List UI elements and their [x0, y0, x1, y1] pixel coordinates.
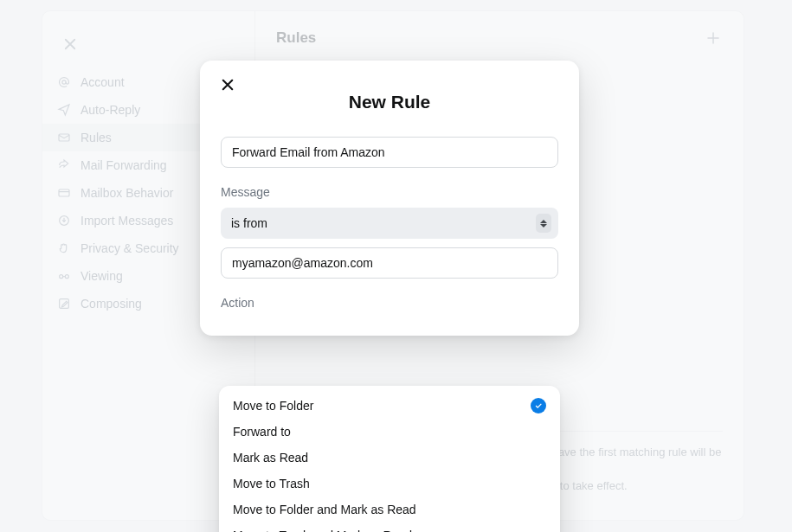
message-section-label: Message	[221, 185, 558, 199]
action-option-label: Move to Trash and Mark as Read	[233, 529, 412, 532]
action-option-label: Move to Folder and Mark as Read	[233, 503, 416, 516]
action-option-mark-as-read[interactable]: Mark as Read	[224, 445, 555, 471]
action-option-label: Move to Trash	[233, 477, 310, 490]
rule-form: Message is from Action	[221, 137, 558, 310]
modal-title: New Rule	[221, 92, 558, 112]
condition-value-input[interactable]	[221, 247, 558, 279]
action-option-label: Mark as Read	[233, 451, 308, 465]
action-option-label: Move to Folder	[233, 399, 313, 413]
action-dropdown: Move to Folder Forward to Mark as Read M…	[219, 386, 560, 532]
new-rule-modal: New Rule Message is from Action	[200, 61, 579, 336]
close-icon	[220, 77, 235, 93]
check-icon	[531, 398, 546, 413]
condition-type-value: is from	[231, 216, 267, 230]
condition-type-select[interactable]: is from	[221, 208, 558, 239]
action-option-move-folder-read[interactable]: Move to Folder and Mark as Read	[224, 497, 555, 522]
action-option-forward-to[interactable]: Forward to	[224, 419, 555, 445]
action-option-move-to-folder[interactable]: Move to Folder	[224, 393, 555, 419]
action-section-label: Action	[221, 296, 558, 310]
action-option-label: Forward to	[233, 425, 291, 439]
rule-name-input[interactable]	[221, 137, 558, 168]
stepper-icon	[536, 214, 551, 233]
action-option-move-trash-read[interactable]: Move to Trash and Mark as Read	[224, 522, 555, 532]
action-option-move-to-trash[interactable]: Move to Trash	[224, 471, 555, 497]
